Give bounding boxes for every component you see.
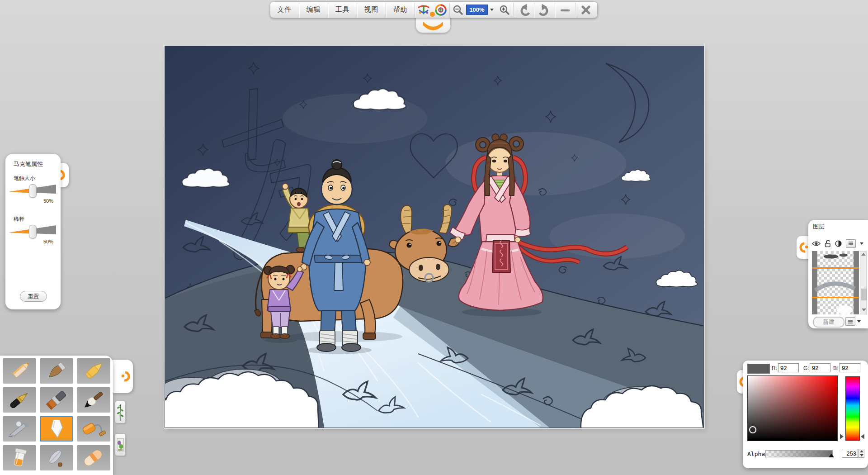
mascot-left-eye-icon[interactable] (415, 2, 432, 18)
layer-item-sketch[interactable] (812, 251, 859, 267)
menu-help[interactable]: 帮助 (386, 2, 415, 18)
alpha-label: Alpha (747, 451, 765, 457)
alpha-field[interactable] (842, 449, 858, 458)
brush-size-value: 50% (43, 198, 53, 204)
menu-file[interactable]: 文件 (270, 2, 299, 18)
zoom-in-button[interactable] (496, 2, 513, 18)
dilution-slider[interactable] (9, 224, 56, 238)
color-cursor[interactable] (749, 426, 756, 433)
menu-tools[interactable]: 工具 (328, 2, 357, 18)
unlock-icon[interactable] (825, 240, 831, 247)
chevron-down-icon[interactable] (857, 320, 861, 323)
dilution-value: 50% (43, 239, 53, 244)
redo-button[interactable] (534, 2, 555, 18)
scroll-up-icon[interactable] (861, 253, 866, 256)
mascot-nose-icon (430, 12, 435, 17)
list-icon (848, 241, 854, 246)
plant-stamps-button[interactable] (115, 401, 126, 423)
layer-item-background[interactable] (812, 298, 859, 314)
layer-item-color[interactable] (812, 267, 859, 298)
blend-contrast-icon[interactable] (835, 240, 842, 247)
scroll-down-icon[interactable] (862, 309, 866, 311)
brush-size-label: 笔触大小 (14, 175, 35, 182)
alpha-marker-icon[interactable] (829, 454, 834, 457)
color-picker-panel: R: G: B: Alpha (743, 361, 868, 468)
tool-flat-brush[interactable] (40, 387, 73, 413)
tool-eraser[interactable] (77, 445, 110, 470)
tool-ink-brush[interactable] (77, 387, 110, 413)
smile-icon (422, 21, 444, 33)
stamp-image-icon (117, 436, 124, 454)
saturation-value-square[interactable] (747, 375, 838, 441)
tool-wooden-pen[interactable] (40, 358, 73, 384)
drawing-canvas[interactable]: 七夕 (165, 46, 704, 428)
visibility-eye-icon[interactable] (812, 241, 821, 247)
new-layer-button[interactable]: 新建 (813, 317, 844, 328)
red-field[interactable] (778, 363, 799, 372)
dilution-slider-handle[interactable] (29, 225, 37, 238)
menu-view[interactable]: 视图 (357, 2, 386, 18)
layer-list (812, 251, 859, 314)
orange-curl-icon (799, 241, 808, 254)
green-label: G: (803, 365, 809, 371)
tool-crayon[interactable] (77, 358, 110, 384)
plant-icon (117, 403, 124, 421)
marker-properties-panel: 马克笔属性 笔触大小 50% 稀释 50% 重置 (5, 154, 61, 309)
scrollbar-thumb[interactable] (861, 289, 867, 300)
layer-scrollbar[interactable] (860, 251, 867, 314)
tool-airbrush[interactable] (3, 416, 36, 442)
tool-paint-bottle[interactable] (3, 445, 36, 470)
tool-palette-handle[interactable] (112, 360, 133, 393)
tool-fountain-pen[interactable] (3, 387, 36, 413)
marker-panel-title: 马克笔属性 (14, 160, 43, 168)
blue-field[interactable] (840, 363, 860, 372)
orange-curl-icon (121, 370, 130, 383)
list-icon (848, 319, 853, 324)
chevron-down-icon (490, 9, 494, 11)
spin-down-icon[interactable] (860, 454, 863, 456)
spin-up-icon[interactable] (860, 450, 863, 452)
tool-palette-knife[interactable] (40, 445, 73, 470)
brush-size-slider-handle[interactable] (29, 184, 37, 198)
current-color-swatch (747, 364, 770, 374)
tool-palette (0, 356, 113, 475)
layers-panel-title: 图层 (813, 223, 825, 231)
hue-marker-right-icon[interactable] (861, 434, 864, 439)
brush-size-slider[interactable] (9, 184, 56, 197)
blue-label: B: (833, 365, 838, 371)
close-button[interactable] (576, 2, 596, 18)
hue-marker-left-icon[interactable] (840, 434, 844, 439)
layer-menu-button[interactable] (846, 239, 856, 248)
qixi-artwork[interactable]: 七夕 (165, 46, 703, 428)
red-label: R: (772, 365, 777, 371)
undo-button[interactable] (514, 2, 534, 18)
zoom-out-button[interactable] (450, 2, 466, 18)
chevron-down-icon[interactable] (860, 242, 863, 245)
layer-options-button[interactable] (845, 317, 855, 326)
hue-bar[interactable] (845, 376, 860, 441)
reset-button[interactable]: 重置 (20, 291, 47, 302)
tool-paint-roller[interactable] (77, 416, 110, 442)
mascot-right-eye-icon[interactable] (432, 2, 449, 18)
dilution-label: 稀释 (14, 215, 24, 223)
alpha-slider[interactable] (765, 450, 833, 457)
minimize-button[interactable] (555, 2, 575, 18)
alpha-spinner[interactable] (859, 449, 864, 458)
picture-stamps-button[interactable] (115, 433, 126, 456)
menu-edit[interactable]: 编辑 (299, 2, 328, 18)
tool-marker[interactable] (40, 416, 73, 442)
layers-panel: 图层 (808, 220, 868, 328)
zoom-dropdown-button[interactable] (488, 2, 496, 18)
green-field[interactable] (810, 363, 830, 372)
zoom-level-field[interactable]: 100% (466, 5, 488, 15)
tool-colored-pencil[interactable] (3, 358, 36, 384)
